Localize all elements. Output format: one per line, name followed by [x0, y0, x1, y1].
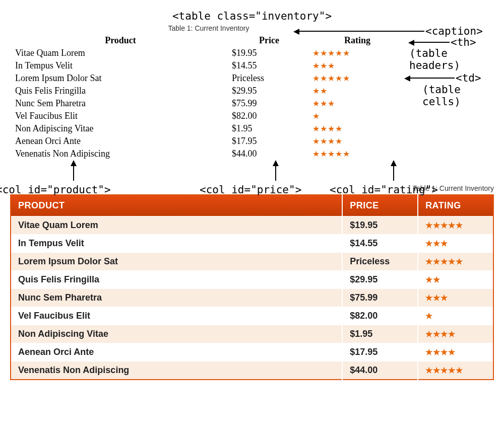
table-row: Non Adipiscing Vitae$1.95★★★★ — [11, 325, 493, 343]
th-note: (table headers) — [409, 47, 498, 71]
styled-th-product: PRODUCT — [11, 195, 342, 216]
cell-product: Nunc Sem Pharetra — [12, 97, 229, 110]
arrow-line — [275, 166, 276, 181]
cell-price: $1.95 — [229, 122, 309, 135]
star-icon: ★★ — [425, 275, 440, 284]
cell-product: Nunc Sem Pharetra — [11, 289, 342, 307]
table-row: Non Adipiscing Vitae$1.95★★★★ — [12, 122, 405, 135]
cell-price: Priceless — [229, 72, 309, 85]
col-product-label: <col id="product"> — [0, 184, 111, 196]
star-icon: ★★★★★ — [312, 74, 350, 83]
styled-table-section: Table 1: Current Inventory PRODUCT PRICE… — [10, 184, 494, 380]
cell-rating: ★ — [418, 307, 493, 325]
cell-rating: ★★★ — [418, 235, 493, 253]
table-row: Vitae Quam Lorem$19.95★★★★★ — [11, 216, 493, 235]
table-row: Venenatis Non Adipiscing$44.00★★★★★ — [11, 361, 493, 380]
cell-price: $19.95 — [342, 216, 418, 235]
caption-annotation: <caption> — [293, 25, 483, 37]
cell-price: $29.95 — [229, 85, 309, 97]
cell-rating: ★ — [309, 110, 405, 122]
cell-rating: ★★ — [418, 271, 493, 289]
cell-price: $19.95 — [229, 47, 309, 59]
cell-price: $82.00 — [229, 110, 309, 122]
table-row: In Tempus Velit$14.55★★★ — [11, 235, 493, 253]
arrow-line — [393, 166, 394, 181]
cell-rating: ★★★★ — [309, 135, 405, 148]
cell-product: Venenatis Non Adipiscing — [11, 361, 342, 380]
cell-price: Priceless — [342, 253, 418, 271]
styled-header-row: PRODUCT PRICE RATING — [11, 195, 493, 216]
table-row: Nunc Sem Pharetra$75.99★★★ — [11, 289, 493, 307]
cell-rating: ★★★★ — [309, 122, 405, 135]
cell-price: $1.95 — [342, 325, 418, 343]
th-annotation: <th> — [408, 36, 476, 48]
cell-price: $82.00 — [342, 307, 418, 325]
cell-price: $14.55 — [342, 235, 418, 253]
star-icon: ★★★ — [425, 239, 448, 248]
cell-product: Aenean Orci Ante — [11, 343, 342, 361]
star-icon: ★★★★★ — [425, 365, 463, 375]
arrow-left-icon — [404, 72, 409, 84]
col-price-label: <col id="price"> — [200, 184, 301, 196]
table-row: In Tempus Velit$14.55★★★ — [12, 59, 405, 72]
table-tag-label: <table class="inventory"> — [6, 10, 498, 22]
plain-table: Table 1: Current Inventory Product Price… — [12, 24, 405, 160]
col-price-annotation: <col id="price"> — [250, 160, 301, 196]
table-row: Vel Faucibus Elit$82.00★ — [11, 307, 493, 325]
cell-product: Lorem Ipsum Dolor Sat — [12, 72, 229, 85]
cell-product: In Tempus Velit — [11, 235, 342, 253]
table-row: Lorem Ipsum Dolor SatPriceless★★★★★ — [12, 72, 405, 85]
arrow-line — [73, 166, 74, 181]
arrow-left-icon — [293, 25, 298, 37]
star-icon: ★ — [312, 111, 320, 121]
cell-product: Non Adipiscing Vitae — [12, 122, 229, 135]
table-row: Vel Faucibus Elit$82.00★ — [12, 110, 405, 122]
star-icon: ★ — [425, 311, 433, 321]
table-row: Quis Felis Fringilla$29.95★★ — [11, 271, 493, 289]
cell-rating: ★★★ — [309, 97, 405, 110]
td-note: (table cells) — [422, 84, 498, 108]
cell-price: $17.95 — [342, 343, 418, 361]
cell-product: Vel Faucibus Elit — [12, 110, 229, 122]
cell-rating: ★★★★ — [418, 343, 493, 361]
star-icon: ★★★ — [425, 293, 448, 303]
star-icon: ★★★★★ — [425, 221, 463, 230]
cell-product: Vel Faucibus Elit — [11, 307, 342, 325]
col-rating-annotation: <col id="rating"> — [350, 160, 438, 196]
plain-th-product: Product — [12, 34, 229, 47]
cell-price: $29.95 — [342, 271, 418, 289]
table-row: Quis Felis Fringilla$29.95★★ — [12, 85, 405, 97]
cell-product: Quis Felis Fringilla — [12, 85, 229, 97]
cell-price: $44.00 — [342, 361, 418, 380]
col-product-annotation: <col id="product"> — [36, 160, 111, 196]
th-tag-label: <th> — [451, 36, 476, 48]
cell-product: In Tempus Velit — [12, 59, 229, 72]
cell-rating: ★★★ — [418, 289, 493, 307]
table-row: Lorem Ipsum Dolor SatPriceless★★★★★ — [11, 253, 493, 271]
cell-product: Aenean Orci Ante — [12, 135, 229, 148]
cell-price: $14.55 — [229, 59, 309, 72]
table-row: Nunc Sem Pharetra$75.99★★★ — [12, 97, 405, 110]
cell-rating: ★★★★ — [418, 325, 493, 343]
cell-product: Lorem Ipsum Dolor Sat — [11, 253, 342, 271]
caption-tag-label: <caption> — [425, 25, 483, 37]
cell-product: Vitae Quam Lorem — [11, 216, 342, 235]
star-icon: ★★★★★ — [312, 149, 350, 159]
cell-price: $17.95 — [229, 135, 309, 148]
table-row: Aenean Orci Ante$17.95★★★★ — [12, 135, 405, 148]
cell-product: Venenatis Non Adipiscing — [12, 148, 229, 160]
star-icon: ★★★★★ — [425, 257, 463, 266]
arrow-line — [413, 42, 450, 43]
styled-th-price: PRICE — [342, 195, 418, 216]
styled-table: PRODUCT PRICE RATING Vitae Quam Lorem$19… — [10, 194, 494, 380]
cell-price: $44.00 — [229, 148, 309, 160]
plain-table-section: Table 1: Current Inventory Product Price… — [6, 24, 498, 160]
cell-rating: ★★★★★ — [309, 72, 405, 85]
star-icon: ★★★★ — [425, 329, 456, 339]
cell-rating: ★★ — [309, 85, 405, 97]
styled-tbody: Vitae Quam Lorem$19.95★★★★★In Tempus Vel… — [11, 216, 493, 380]
cell-rating: ★★★★★ — [309, 47, 405, 59]
star-icon: ★★★ — [312, 99, 335, 108]
cell-product: Vitae Quam Lorem — [12, 47, 229, 59]
cell-product: Quis Felis Fringilla — [11, 271, 342, 289]
